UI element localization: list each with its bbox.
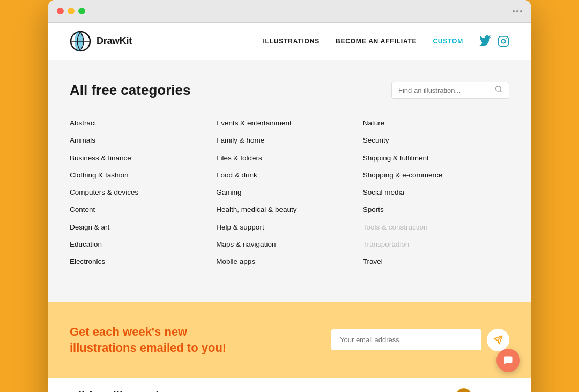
list-item[interactable]: Animals [70, 132, 216, 149]
instagram-icon[interactable] [498, 35, 509, 47]
newsletter-text: Get each week's new illustrations emaile… [70, 324, 241, 356]
list-item[interactable]: Electronics [70, 253, 216, 270]
nav-link-custom[interactable]: CUSTOM [433, 38, 463, 45]
categories-title: All free categories [70, 82, 190, 99]
list-item[interactable]: Gaming [216, 184, 362, 201]
nav-social [479, 35, 509, 47]
browser-chrome [48, 0, 531, 23]
nav-links: ILLUSTRATIONS BECOME AN AFFILIATE CUSTOM [263, 35, 509, 47]
list-item[interactable]: Nature [363, 115, 509, 132]
nav-link-illustrations[interactable]: ILLUSTRATIONS [263, 38, 320, 45]
footer-title: All free illustrations [70, 389, 180, 392]
list-item[interactable]: Computers & devices [70, 184, 216, 201]
navbar: DrawKit ILLUSTRATIONS BECOME AN AFFILIAT… [48, 23, 531, 60]
list-item[interactable]: Content [70, 201, 216, 218]
list-item-disabled: Transportation [363, 236, 509, 253]
search-icon[interactable] [495, 85, 502, 95]
newsletter-form [241, 329, 509, 351]
categories-grid: Abstract Animals Business & finance Clot… [70, 115, 509, 270]
list-item-disabled: Tools & construction [363, 219, 509, 236]
svg-rect-4 [499, 36, 508, 46]
svg-point-6 [506, 38, 507, 39]
list-item[interactable]: Social media [363, 184, 509, 201]
newsletter-section: Get each week's new illustrations emaile… [48, 302, 531, 377]
list-item[interactable]: Food & drink [216, 167, 362, 184]
main-content: All free categories Abstract Animals [48, 60, 531, 302]
svg-line-8 [500, 91, 502, 92]
email-input[interactable] [331, 329, 481, 350]
footer-bar: All free illustrations by James [48, 378, 531, 392]
category-column-1: Abstract Animals Business & finance Clot… [70, 115, 216, 270]
list-item[interactable]: Education [70, 236, 216, 253]
search-input[interactable] [398, 86, 491, 94]
dot-green[interactable] [78, 8, 85, 14]
svg-point-11 [456, 389, 471, 392]
chat-icon [503, 355, 514, 366]
send-icon [493, 335, 503, 345]
list-item[interactable]: Shipping & fulfilment [363, 150, 509, 167]
browser-dots [57, 8, 85, 14]
list-item[interactable]: Files & folders [216, 150, 362, 167]
list-item[interactable]: Security [363, 132, 509, 149]
list-item[interactable]: Abstract [70, 115, 216, 132]
list-item[interactable]: Travel [363, 253, 509, 270]
browser-menu[interactable] [513, 10, 522, 12]
list-item[interactable]: Design & art [70, 219, 216, 236]
category-column-2: Events & entertainment Family & home Fil… [216, 115, 362, 270]
list-item[interactable]: Help & support [216, 219, 362, 236]
logo-area[interactable]: DrawKit [70, 31, 132, 52]
footer-credit: by James [456, 388, 509, 392]
category-column-3: Nature Security Shipping & fulfilment Sh… [363, 115, 509, 270]
list-item[interactable]: Maps & navigation [216, 236, 362, 253]
list-item[interactable]: Mobile apps [216, 253, 362, 270]
categories-header: All free categories [70, 82, 509, 99]
list-item[interactable]: Health, medical & beauty [216, 201, 362, 218]
list-item[interactable]: Business & finance [70, 150, 216, 167]
list-item[interactable]: Clothing & fashion [70, 167, 216, 184]
twitter-icon[interactable] [479, 35, 491, 47]
search-box [391, 82, 509, 99]
list-item[interactable]: Family & home [216, 132, 362, 149]
list-item[interactable]: Events & entertainment [216, 115, 362, 132]
send-button[interactable] [487, 329, 509, 351]
svg-point-5 [501, 39, 505, 43]
list-item[interactable]: Sports [363, 201, 509, 218]
nav-link-affiliate[interactable]: BECOME AN AFFILIATE [336, 38, 417, 45]
chat-button[interactable] [496, 349, 520, 372]
avatar [456, 388, 472, 392]
logo-text: DrawKit [96, 35, 132, 47]
dot-yellow[interactable] [68, 8, 75, 14]
list-item[interactable]: Shopping & e-commerce [363, 167, 509, 184]
dot-red[interactable] [57, 8, 64, 14]
logo-icon [70, 31, 91, 52]
